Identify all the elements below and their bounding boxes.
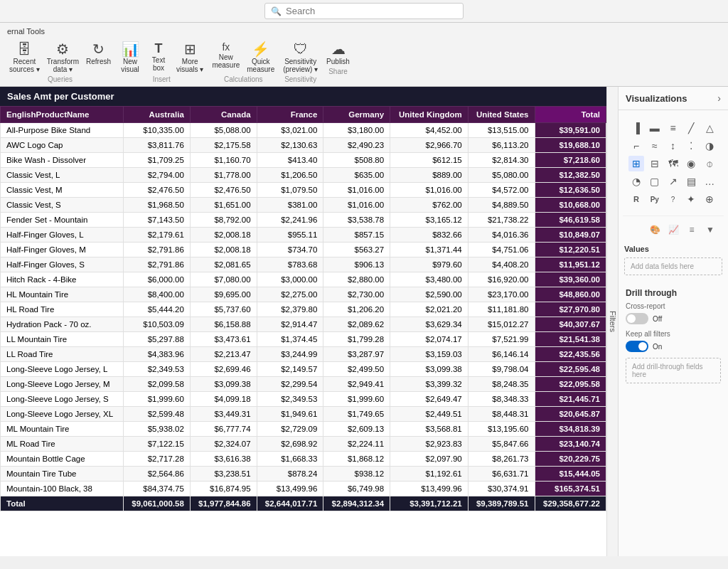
viz-scatter[interactable]: ⁚ xyxy=(683,138,699,154)
viz-bar-chart[interactable]: ▐ xyxy=(628,120,644,136)
viz-smart[interactable]: ✦ xyxy=(683,191,699,207)
col-product: EnglishProductName xyxy=(1,107,124,123)
insert-group: 📊 Newvisual T Textbox ⊞ Morevisuals ▾ In… xyxy=(116,40,207,83)
viz-qna[interactable]: ? xyxy=(665,191,681,207)
table-row[interactable]: Fender Set - Mountain$7,143.50$8,792.00$… xyxy=(1,213,606,228)
viz-map[interactable]: 🗺 xyxy=(665,156,681,171)
table-row[interactable]: Half-Finger Gloves, L$2,179.61$2,008.18$… xyxy=(1,228,606,243)
table-row[interactable]: Mountain Bottle Cage$2,717.28$3,616.38$1… xyxy=(1,452,606,467)
viz-filled-map[interactable]: ◉ xyxy=(683,156,699,171)
table-row[interactable]: Mountain-100 Black, 38$84,374.75$16,874.… xyxy=(1,482,606,496)
table-row[interactable]: All-Purpose Bike Stand$10,335.00$5,088.0… xyxy=(1,123,606,138)
search-input[interactable] xyxy=(286,6,456,16)
panel-expand-icon[interactable]: › xyxy=(717,92,721,104)
viz-decomp[interactable]: ⊕ xyxy=(702,191,717,207)
data-table: EnglishProductName Australia Canada Fran… xyxy=(0,106,606,511)
viz-gauge[interactable]: ◔ xyxy=(628,174,644,189)
quick-measure-button[interactable]: ⚡ Quickmeasure xyxy=(243,40,278,75)
search-box[interactable]: 🔍 xyxy=(264,3,464,19)
analytics-icon[interactable]: 📈 xyxy=(665,222,681,238)
cross-report-toggle-row: Off xyxy=(626,313,721,324)
keep-filters-toggle[interactable] xyxy=(626,341,648,352)
table-row[interactable]: Mountain Tire Tube$2,564.86$3,238.51$878… xyxy=(1,467,606,482)
viz-waterfall[interactable]: ↕ xyxy=(665,138,681,154)
viz-line-bar[interactable]: ⌐ xyxy=(628,138,644,154)
recent-sources-button[interactable]: 🗄 Recentsources ▾ xyxy=(6,40,43,75)
transform-data-button[interactable]: ⚙ Transformdata ▾ xyxy=(43,40,82,75)
table-row[interactable]: Classic Vest, M$2,476.50$2,476.50$1,079.… xyxy=(1,183,606,198)
table-row[interactable]: HL Road Tire$5,444.20$5,737.60$2,379.80$… xyxy=(1,302,606,317)
queries-label: Queries xyxy=(6,75,114,83)
table-row[interactable]: HL Mountain Tire$8,400.00$9,695.00$2,275… xyxy=(1,287,606,302)
new-measure-button[interactable]: fx Newmeasure xyxy=(208,40,243,75)
table-row[interactable]: AWC Logo Cap$3,811.76$2,175.58$2,130.63$… xyxy=(1,138,606,153)
table-row[interactable]: Long-Sleeve Logo Jersey, XL$2,599.48$3,4… xyxy=(1,407,606,422)
panel-title: Visualizations xyxy=(626,93,687,104)
viz-pie[interactable]: ◑ xyxy=(702,138,717,154)
refresh-button[interactable]: ↻ Refresh xyxy=(82,40,114,75)
cross-report-label: Cross-report xyxy=(626,302,721,310)
viz-table[interactable]: ⊞ xyxy=(628,156,644,171)
transform-label: Transformdata ▾ xyxy=(47,58,79,73)
cross-report-toggle[interactable] xyxy=(626,313,648,324)
viz-py[interactable]: Py xyxy=(647,191,663,207)
drill-through-section: Drill through Cross-report Off Keep all … xyxy=(619,282,728,389)
sensitivity-button[interactable]: 🛡 Sensitivity(preview) ▾ xyxy=(279,40,321,75)
col-uk: United Kingdom xyxy=(390,107,469,123)
visualizations-panel: Visualizations › ▐ ▬ ≡ ╱ △ ⌐ ≈ ↕ ⁚ ◑ ⊞ ⊟… xyxy=(618,87,728,556)
cross-report-section: Cross-report Off xyxy=(626,302,721,324)
calculations-group: fx Newmeasure ⚡ Quickmeasure Calculation… xyxy=(208,40,278,83)
new-visual-button[interactable]: 📊 Newvisual xyxy=(116,40,144,75)
top-bar: 🔍 xyxy=(0,0,728,23)
new-measure-icon: fx xyxy=(222,42,230,52)
table-row[interactable]: Bike Wash - Dissolver$1,709.25$1,160.70$… xyxy=(1,153,606,168)
publish-button[interactable]: ☁ Publish xyxy=(323,40,353,68)
table-row[interactable]: Long-Sleeve Logo Jersey, S$1,999.60$4,09… xyxy=(1,392,606,407)
viz-clustered-bar[interactable]: ≡ xyxy=(665,120,681,136)
viz-matrix[interactable]: ⊟ xyxy=(647,156,663,171)
table-row[interactable]: Long-Sleeve Logo Jersey, M$2,099.58$3,09… xyxy=(1,377,606,392)
format-icon[interactable]: 🎨 xyxy=(647,222,663,238)
table-row[interactable]: LL Road Tire$4,383.96$2,213.47$3,244.99$… xyxy=(1,347,606,362)
col-total: Total xyxy=(535,107,606,123)
more-visuals-button[interactable]: ⊞ Morevisuals ▾ xyxy=(173,40,207,75)
table-row[interactable]: ML Road Tire$7,122.15$2,324.07$2,698.92$… xyxy=(1,437,606,452)
col-australia: Australia xyxy=(124,107,191,123)
table-row[interactable]: LL Mountain Tire$5,297.88$3,473.61$1,374… xyxy=(1,332,606,347)
refresh-label: Refresh xyxy=(86,58,111,65)
viz-card[interactable]: ▢ xyxy=(647,174,663,189)
viz-kpi[interactable]: ↗ xyxy=(665,174,681,189)
table-row[interactable]: Half-Finger Gloves, M$2,791.86$2,008.18$… xyxy=(1,243,606,257)
viz-funnel[interactable]: ⌽ xyxy=(702,156,717,171)
viz-slicer[interactable]: ▤ xyxy=(683,174,699,189)
refresh-icon: ↻ xyxy=(92,42,105,56)
viz-ribbon[interactable]: ≈ xyxy=(647,138,663,154)
viz-r[interactable]: R xyxy=(628,191,644,207)
more-visuals-label: Morevisuals ▾ xyxy=(176,58,203,73)
text-box-button[interactable]: T Textbox xyxy=(144,40,173,75)
table-row[interactable]: Long-Sleeve Logo Jersey, L$2,349.53$2,69… xyxy=(1,362,606,377)
keep-filters-toggle-row: On xyxy=(626,341,721,352)
recent-sources-label: Recentsources ▾ xyxy=(9,58,40,73)
drill-through-field[interactable]: Add drill-through fields here xyxy=(626,358,721,383)
quick-measure-icon: ⚡ xyxy=(252,42,269,56)
viz-area-chart[interactable]: △ xyxy=(702,120,717,136)
table-row[interactable]: Classic Vest, S$1,968.50$1,651.00$381.00… xyxy=(1,198,606,213)
filter-drill-icon[interactable]: ▼ xyxy=(702,222,718,238)
viz-more[interactable]: … xyxy=(702,174,717,189)
viz-line-chart[interactable]: ╱ xyxy=(683,120,699,136)
filters-tab[interactable]: Filters xyxy=(606,87,618,556)
values-field[interactable]: Add data fields here xyxy=(624,257,722,275)
table-footer: Total$9,061,000.58$1,977,844.86$2,644,01… xyxy=(1,496,606,511)
table-scroll[interactable]: EnglishProductName Australia Canada Fran… xyxy=(0,106,606,543)
table-row[interactable]: Hitch Rack - 4-Bike$6,000.00$7,080.00$3,… xyxy=(1,272,606,287)
viz-stacked-bar[interactable]: ▬ xyxy=(647,120,663,136)
table-row[interactable]: ML Mountain Tire$5,938.02$6,777.74$2,729… xyxy=(1,422,606,437)
queries-group: 🗄 Recentsources ▾ ⚙ Transformdata ▾ ↻ Re… xyxy=(6,40,114,83)
total-row: Total$9,061,000.58$1,977,844.86$2,644,01… xyxy=(1,496,606,511)
table-row[interactable]: Classic Vest, L$2,794.00$1,778.00$1,206.… xyxy=(1,168,606,183)
table-row[interactable]: Half-Finger Gloves, S$2,791.86$2,081.65$… xyxy=(1,257,606,272)
fields-icon[interactable]: ≡ xyxy=(684,222,700,238)
ribbon: ernal Tools 🗄 Recentsources ▾ ⚙ Transfor… xyxy=(0,23,728,87)
table-row[interactable]: Hydration Pack - 70 oz.$10,503.09$6,158.… xyxy=(1,317,606,332)
